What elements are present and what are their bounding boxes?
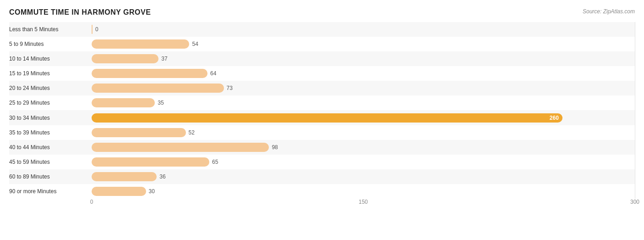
bar-value: 65 bbox=[212, 159, 218, 165]
bar-value: 64 bbox=[210, 70, 216, 77]
bar-row: 30 to 34 Minutes260 bbox=[9, 110, 635, 125]
bar-fill bbox=[92, 84, 224, 93]
bar-fill bbox=[92, 54, 158, 63]
bar-value: 98 bbox=[272, 144, 278, 151]
bar-value: 52 bbox=[189, 129, 195, 136]
bar-fill bbox=[92, 143, 269, 152]
bar-track: 30 bbox=[92, 187, 635, 196]
bar-fill: 260 bbox=[92, 113, 562, 123]
bar-label: 10 to 14 Minutes bbox=[9, 56, 92, 62]
chart-header: COMMUTE TIME IN HARMONY GROVE Source: Zi… bbox=[9, 8, 635, 17]
bar-fill bbox=[92, 128, 186, 137]
bar-label: 20 to 24 Minutes bbox=[9, 85, 92, 91]
bar-label: 40 to 44 Minutes bbox=[9, 144, 92, 151]
bar-track: 36 bbox=[92, 172, 635, 181]
bar-fill bbox=[92, 69, 207, 78]
bar-value-inside: 260 bbox=[550, 115, 559, 121]
bar-label: 5 to 9 Minutes bbox=[9, 41, 92, 47]
bar-track: 98 bbox=[92, 143, 635, 152]
bar-row: 20 to 24 Minutes73 bbox=[9, 81, 635, 95]
bar-track: 64 bbox=[92, 69, 635, 78]
bar-row: 35 to 39 Minutes52 bbox=[9, 125, 635, 140]
bar-value: 0 bbox=[95, 26, 98, 33]
bar-row: Less than 5 Minutes0 bbox=[9, 22, 635, 37]
bar-value: 35 bbox=[158, 100, 164, 106]
bar-value: 54 bbox=[192, 41, 198, 47]
bar-fill bbox=[92, 157, 209, 167]
chart-body: Less than 5 Minutes05 to 9 Minutes5410 t… bbox=[9, 22, 635, 210]
bar-track: 0 bbox=[92, 25, 635, 34]
bar-value: 36 bbox=[159, 173, 165, 180]
bar-label: 35 to 39 Minutes bbox=[9, 129, 92, 136]
chart-source: Source: ZipAtlas.com bbox=[583, 8, 635, 15]
bar-row: 25 to 29 Minutes35 bbox=[9, 95, 635, 110]
bar-track: 73 bbox=[92, 84, 635, 93]
bar-fill bbox=[92, 187, 146, 196]
grid-line bbox=[635, 22, 635, 199]
bar-label: 90 or more Minutes bbox=[9, 188, 92, 195]
bar-row: 10 to 14 Minutes37 bbox=[9, 51, 635, 66]
bar-row: 5 to 9 Minutes54 bbox=[9, 37, 635, 51]
bar-row: 40 to 44 Minutes98 bbox=[9, 140, 635, 155]
x-axis-tick: 300 bbox=[630, 199, 639, 205]
bar-value: 73 bbox=[227, 85, 233, 91]
bar-label: 30 to 34 Minutes bbox=[9, 115, 92, 121]
bars-area: Less than 5 Minutes05 to 9 Minutes5410 t… bbox=[9, 22, 635, 199]
bar-row: 15 to 19 Minutes64 bbox=[9, 66, 635, 81]
x-axis: 0150300 bbox=[92, 199, 635, 210]
x-axis-tick: 0 bbox=[90, 199, 93, 205]
bar-track: 35 bbox=[92, 98, 635, 107]
bar-fill bbox=[92, 98, 155, 107]
bar-value: 37 bbox=[161, 56, 167, 62]
bar-label: 60 to 89 Minutes bbox=[9, 173, 92, 180]
bar-label: 15 to 19 Minutes bbox=[9, 70, 92, 77]
chart-title: COMMUTE TIME IN HARMONY GROVE bbox=[9, 8, 151, 17]
bar-track: 65 bbox=[92, 157, 635, 167]
bar-label: Less than 5 Minutes bbox=[9, 26, 92, 33]
bar-track: 37 bbox=[92, 54, 635, 63]
bar-fill bbox=[92, 25, 93, 34]
bar-track: 260 bbox=[92, 113, 635, 123]
bar-track: 52 bbox=[92, 128, 635, 137]
bar-fill bbox=[92, 172, 157, 181]
bar-label: 45 to 59 Minutes bbox=[9, 159, 92, 165]
bar-row: 60 to 89 Minutes36 bbox=[9, 169, 635, 184]
x-axis-tick: 150 bbox=[359, 199, 368, 205]
bar-fill bbox=[92, 39, 189, 49]
bar-value: 30 bbox=[149, 188, 155, 195]
bar-row: 90 or more Minutes30 bbox=[9, 184, 635, 199]
chart-container: COMMUTE TIME IN HARMONY GROVE Source: Zi… bbox=[0, 0, 644, 240]
bar-track: 54 bbox=[92, 39, 635, 49]
bar-row: 45 to 59 Minutes65 bbox=[9, 155, 635, 169]
bar-label: 25 to 29 Minutes bbox=[9, 100, 92, 106]
